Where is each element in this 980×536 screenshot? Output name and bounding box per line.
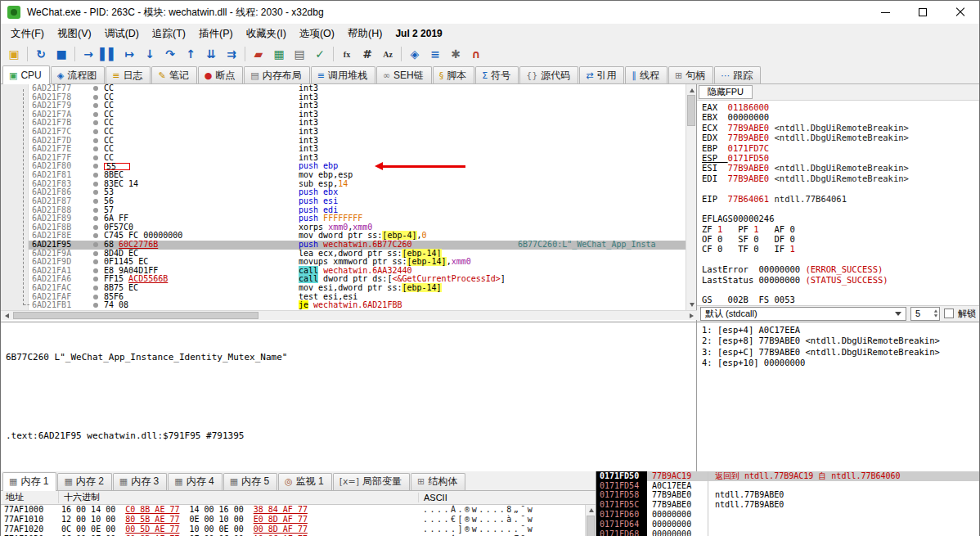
menu-item[interactable]: 视图(V): [51, 25, 98, 43]
register-row[interactable]: EFLAGS00000246: [702, 214, 979, 223]
tab-memory-map[interactable]: ▤内存布局: [244, 66, 309, 83]
trace-into-icon[interactable]: ⇉: [222, 45, 241, 63]
attach-magnet-icon[interactable]: ∩: [466, 45, 486, 63]
breakpoint-cell[interactable]: [88, 171, 104, 180]
tab-call-stack[interactable]: ≡调用堆栈: [311, 66, 375, 83]
breakpoint-cell[interactable]: [88, 250, 104, 259]
register-row[interactable]: EAX 01186000: [702, 102, 979, 112]
scroll-up-arrow[interactable]: [686, 84, 697, 95]
register-value[interactable]: 77B64061: [728, 194, 770, 204]
stack-row[interactable]: 0171FD6800000000: [596, 529, 979, 536]
disasm-vertical-scrollbar[interactable]: [686, 84, 696, 310]
breakpoint-cell[interactable]: [88, 84, 104, 93]
tab-script[interactable]: §脚本: [433, 66, 475, 83]
run-icon[interactable]: →: [79, 45, 98, 63]
stack-row[interactable]: 0171FD5C77B9ABE0ntdll.77B9ABE0: [596, 500, 979, 510]
step-out-icon[interactable]: ↑: [181, 45, 200, 63]
menu-item[interactable]: 插件(P): [192, 25, 240, 43]
tab-threads[interactable]: ∥线程: [625, 66, 668, 83]
memory-row[interactable]: 77AF100016 00 14 00C0 8B AE 7714 00 16 0…: [1, 505, 596, 515]
argument-row[interactable]: 2: [esp+8] 77B9ABE0 <ntdll.DbgUiRemoteBr…: [702, 336, 974, 347]
register-row[interactable]: OF 0 SF 0 DF 0: [702, 234, 979, 244]
register-row[interactable]: CF 0 TF 0 IF 1: [702, 244, 979, 254]
register-value[interactable]: 00000000: [759, 264, 801, 274]
stack-row[interactable]: 0171FD6000000000: [596, 510, 979, 520]
memory-row[interactable]: 77AF10200C 00 0E 0000 5D AE 7710 00 0E 0…: [1, 525, 596, 534]
breakpoint-cell[interactable]: [88, 267, 104, 276]
scroll-right-arrow[interactable]: [686, 311, 697, 321]
tab-memory-4[interactable]: ▦内存 4: [168, 473, 222, 490]
tab-struct[interactable]: ⊞结构体: [411, 473, 465, 490]
breakpoint-cell[interactable]: [88, 110, 104, 119]
tab-memory-3[interactable]: ▦内存 3: [113, 473, 167, 490]
argument-row[interactable]: 3: [esp+C] 77B9ABE0 <ntdll.DbgUiRemoteBr…: [702, 347, 974, 358]
stack-row[interactable]: 0171FD5077B9AC19返回到 ntdll.77B9AC19 自 ntd…: [596, 471, 979, 481]
patches-icon[interactable]: ▰: [249, 45, 268, 63]
menu-item[interactable]: 帮助(H): [341, 25, 389, 43]
threads-list-icon[interactable]: ≡: [425, 45, 445, 63]
stack-row[interactable]: 0171FD6400000000: [596, 520, 979, 529]
stack-row[interactable]: 0171FD5877B9ABE0ntdll.77B9ABE0: [596, 490, 979, 500]
register-row[interactable]: EDX 77B9ABE0 <ntdll.DbgUiRemoteBreakin>: [702, 133, 979, 142]
register-row[interactable]: GS 002B FS 0053: [702, 295, 979, 304]
register-row[interactable]: ECX 77B9ABE0 <ntdll.DbgUiRemoteBreakin>: [702, 123, 979, 133]
step-into-icon[interactable]: ↓: [140, 45, 160, 63]
breakpoint-cell[interactable]: [88, 188, 104, 197]
memory-map-icon[interactable]: ▤: [290, 45, 309, 63]
stepper-arrows[interactable]: [933, 308, 938, 320]
hide-fpu-button[interactable]: 隐藏FPU: [699, 85, 753, 99]
breakpoint-cell[interactable]: [88, 93, 104, 102]
tab-seh[interactable]: ∞SEH链: [376, 66, 432, 83]
argument-depth-stepper[interactable]: 5: [910, 307, 940, 321]
register-value[interactable]: 0171FD50: [728, 153, 770, 163]
calling-convention-select[interactable]: 默认 (stdcall): [700, 307, 906, 321]
argument-row[interactable]: 1: [esp+4] A0C17EEA: [702, 325, 974, 336]
tab-source[interactable]: {}源代码: [519, 66, 578, 83]
disasm-horizontal-scrollbar[interactable]: [1, 310, 697, 320]
run-until-return-icon[interactable]: ↦: [119, 45, 139, 63]
breakpoint-cell[interactable]: [88, 137, 104, 146]
breakpoint-cell[interactable]: [88, 275, 104, 284]
register-row[interactable]: EBX 00000000: [702, 112, 979, 122]
tab-symbols[interactable]: Σ符号: [475, 66, 519, 83]
breakpoint-cell[interactable]: [88, 241, 104, 250]
menu-item[interactable]: 收藏夹(I): [240, 25, 293, 43]
breakpoint-cell[interactable]: [88, 180, 104, 189]
register-value[interactable]: 00000000: [759, 275, 801, 285]
breakpoint-cell[interactable]: [88, 145, 104, 154]
unlock-checkbox[interactable]: [944, 309, 954, 318]
tab-breakpoints[interactable]: ●断点: [198, 66, 244, 83]
register-row[interactable]: LastStatus 00000000 (STATUS_SUCCESS): [702, 275, 979, 285]
stop-icon[interactable]: ■: [52, 45, 71, 63]
pause-icon[interactable]: ▌▌: [99, 45, 119, 63]
maximize-button[interactable]: [904, 1, 942, 24]
register-value[interactable]: 01186000: [728, 102, 770, 112]
breakpoint-cell[interactable]: [88, 258, 104, 267]
scroll-left-arrow[interactable]: [1, 311, 11, 321]
breakpoint-cell[interactable]: [88, 293, 104, 302]
breakpoint-cell[interactable]: [88, 162, 104, 171]
stack-row[interactable]: 0171FD54A0C17EEA: [596, 481, 979, 491]
register-value[interactable]: 0171FD7C: [728, 143, 770, 153]
register-row[interactable]: ZF 1 PF 1 AF 0: [702, 224, 979, 234]
register-value[interactable]: 77B9ABE0: [728, 133, 770, 142]
breakpoint-cell[interactable]: [88, 119, 104, 128]
tab-cpu[interactable]: ▣CPU: [2, 65, 50, 84]
breakpoint-cell[interactable]: [88, 128, 104, 137]
register-value[interactable]: 002B: [728, 295, 748, 304]
register-value[interactable]: 77B9ABE0: [728, 163, 770, 173]
assemble-icon[interactable]: ✓: [310, 45, 330, 63]
tab-log[interactable]: ≡日志: [106, 66, 151, 83]
scrollbar-thumb[interactable]: [13, 312, 258, 319]
breakpoint-cell[interactable]: [88, 197, 104, 206]
tab-memory-1[interactable]: ▦内存 1: [2, 472, 56, 491]
register-value[interactable]: 77B9ABE0: [728, 173, 770, 183]
scroll-down-arrow[interactable]: [686, 300, 697, 310]
breakpoint-cell[interactable]: [88, 206, 104, 215]
strings-az-icon[interactable]: Az: [378, 45, 398, 63]
register-value[interactable]: 00000246: [733, 214, 775, 223]
register-row[interactable]: ESI 77B9ABE0 <ntdll.DbgUiRemoteBreakin>: [702, 163, 979, 173]
scrollbar-thumb[interactable]: [587, 516, 595, 536]
breakpoint-cell[interactable]: [88, 223, 104, 232]
animate-into-icon[interactable]: ⇊: [201, 45, 221, 63]
